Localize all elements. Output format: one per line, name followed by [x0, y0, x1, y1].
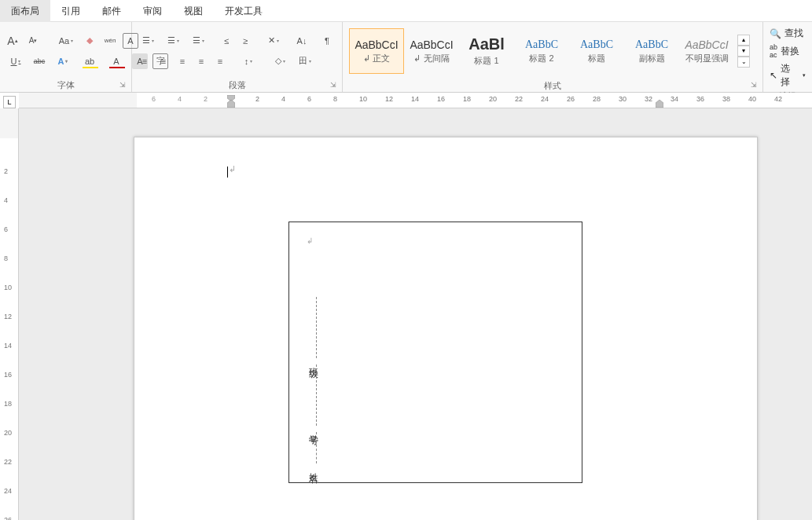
line-spacing-button[interactable]: ↕	[237, 53, 259, 69]
label-name: 姓名	[307, 465, 320, 468]
document-page[interactable]: ↲ ↲ 班级 学号 姓名	[134, 137, 758, 520]
bullets-button[interactable]: ☰	[137, 33, 159, 49]
binoculars-icon: 🔍	[770, 28, 781, 39]
change-case-button[interactable]: Aa	[55, 33, 77, 49]
multilevel-button[interactable]: ☰	[187, 33, 209, 49]
label-studentno: 学号	[307, 427, 320, 430]
show-marks-button[interactable]: ¶	[319, 33, 335, 49]
right-indent-marker[interactable]	[656, 99, 663, 107]
style-subtitle[interactable]: AaBbC副标题	[624, 28, 679, 74]
textbox[interactable]: ↲ 班级 学号 姓名	[288, 222, 582, 483]
vertical-ruler[interactable]: 246810121416182022242628	[0, 108, 19, 520]
select-button[interactable]: ↖选择▾	[770, 62, 806, 89]
numbering-button[interactable]: ☰	[162, 33, 184, 49]
text-cursor	[227, 167, 228, 178]
left-indent-marker[interactable]	[227, 99, 235, 107]
paragraph-dialog-launcher[interactable]: ⇲	[330, 81, 340, 90]
font-group-label: 字体	[0, 79, 131, 92]
find-button[interactable]: 🔍查找	[770, 27, 806, 40]
document-workspace[interactable]: ↲ ↲ 班级 学号 姓名	[19, 108, 812, 520]
paragraph-group: ☰ ☰ ☰ ≤ ≥ ✕ A↓ ¶ ≡ ≡ ≡ ≡	[132, 22, 343, 92]
paragraph-mark-icon: ↲	[229, 164, 236, 174]
cursor-icon: ↖	[770, 70, 777, 81]
grow-font-button[interactable]: A▴	[5, 33, 20, 49]
shrink-font-button[interactable]: A▾	[25, 33, 41, 49]
clear-format-button[interactable]: ◆	[82, 33, 97, 49]
styles-group: AaBbCcI↲ 正文 AaBbCcI↲ 无间隔 AaBl标题 1 AaBbC标…	[343, 22, 763, 92]
paragraph-mark-icon: ↲	[307, 236, 313, 245]
align-center-button[interactable]: ≡	[156, 53, 171, 69]
replace-button[interactable]: abac替换	[770, 43, 806, 59]
align-left-button[interactable]: ≡	[137, 53, 152, 69]
styles-dialog-launcher[interactable]: ⇲	[751, 81, 760, 90]
menu-view[interactable]: 视图	[173, 0, 214, 22]
paragraph-group-label: 段落	[132, 79, 342, 92]
asian-layout-button[interactable]: ✕	[263, 33, 285, 49]
text-effects-button[interactable]: A	[52, 53, 74, 69]
menu-mailings[interactable]: 邮件	[91, 0, 132, 22]
style-title[interactable]: AaBbC标题	[569, 28, 624, 74]
font-color-button[interactable]: A	[105, 53, 127, 69]
shading-button[interactable]: ◇	[269, 53, 291, 69]
sort-button[interactable]: A↓	[294, 33, 310, 49]
menu-review[interactable]: 审阅	[132, 0, 173, 22]
phonetic-guide-button[interactable]: wén	[102, 33, 118, 49]
align-distribute-button[interactable]: ≡	[212, 53, 228, 69]
textbox-content: 班级 学号 姓名	[307, 295, 320, 468]
style-normal[interactable]: AaBbCcI↲ 正文	[349, 28, 404, 74]
style-nospacing[interactable]: AaBbCcI↲ 无间隔	[404, 28, 459, 74]
style-heading1[interactable]: AaBl标题 1	[459, 28, 514, 74]
menu-references[interactable]: 引用	[50, 0, 91, 22]
style-heading2[interactable]: AaBbC标题 2	[514, 28, 569, 74]
align-right-button[interactable]: ≡	[175, 53, 190, 69]
borders-button[interactable]: 田	[294, 53, 316, 69]
underline-button[interactable]: U	[5, 53, 27, 69]
horizontal-ruler[interactable]: 6422468101214161820222426283032343638404…	[19, 93, 812, 108]
style-subtle-emphasis[interactable]: AaBbCcI不明显强调	[679, 28, 734, 74]
strikethrough-button[interactable]: abc	[31, 53, 47, 69]
menubar: 面布局 引用 邮件 审阅 视图 开发工具	[0, 0, 812, 22]
increase-indent-button[interactable]: ≥	[237, 33, 253, 49]
style-gallery-scroll[interactable]: ▴▾⌄	[737, 28, 750, 74]
highlight-button[interactable]: ab	[79, 53, 101, 69]
label-class: 班级	[307, 360, 320, 363]
style-gallery: AaBbCcI↲ 正文 AaBbCcI↲ 无间隔 AaBl标题 1 AaBbC标…	[347, 27, 751, 75]
decrease-indent-button[interactable]: ≤	[219, 33, 234, 49]
replace-icon: abac	[770, 43, 777, 59]
ribbon: A▴ A▾ Aa ◆ wén A U abc A ab A A 字	[0, 22, 812, 93]
menu-layout[interactable]: 面布局	[0, 0, 50, 22]
styles-group-label: 样式	[343, 80, 762, 92]
menu-devtools[interactable]: 开发工具	[214, 0, 274, 22]
font-group: A▴ A▾ Aa ◆ wén A U abc A ab A A 字	[0, 22, 132, 92]
font-dialog-launcher[interactable]: ⇲	[119, 81, 129, 90]
editing-group: 🔍查找 abac替换 ↖选择▾ 编辑	[763, 22, 812, 92]
align-justify-button[interactable]: ≡	[193, 53, 209, 69]
tab-selector-button[interactable]: L	[3, 96, 16, 108]
